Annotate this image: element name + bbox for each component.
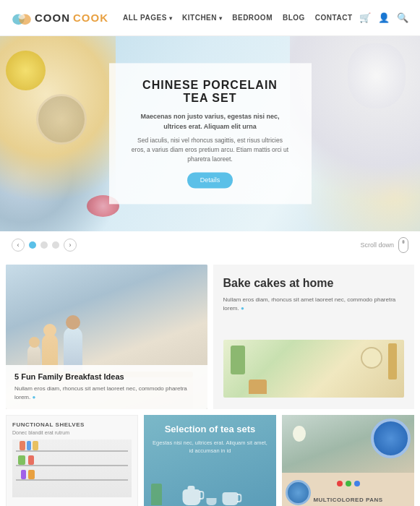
- tea-pot-lid: [188, 486, 195, 489]
- card-shelves-sub: Donec blandit erat rutrum: [12, 430, 132, 435]
- tea-pot-small: [222, 492, 238, 505]
- header: COON COOK ALL PAGES KITCHEN BEDROOM BLOG…: [0, 0, 420, 36]
- card-shelves-label: FUNCTIONAL SHELVES: [12, 421, 132, 428]
- shelf-3: [16, 479, 128, 481]
- card-bake-top: Bake cakes at home Nullam eros diam, rho…: [223, 276, 405, 313]
- family-mom-head: [43, 324, 56, 337]
- shelf-item-1: [20, 441, 25, 450]
- card-family: 5 Fun Family Breakfast Ideas Nullam eros…: [6, 265, 207, 409]
- family-kid-head: [29, 337, 40, 348]
- slider-dots: ‹ ›: [12, 239, 77, 252]
- hero-content: CHINESE PORCELAIN TEA SET Maecenas non j…: [109, 63, 312, 204]
- three-cards-section: FUNCTIONAL SHELVES Donec blandit erat ru…: [0, 415, 420, 506]
- hero-subtitle: Maecenas non justo varius, egestas nisi …: [131, 112, 290, 132]
- hero-decor-cup: [6, 51, 46, 90]
- card-bake-image: [223, 340, 405, 398]
- card-bake: Bake cakes at home Nullam eros diam, rho…: [213, 265, 415, 409]
- tea-pot-large: [182, 489, 200, 505]
- cart-icon[interactable]: 🛒: [359, 12, 371, 23]
- nav-all-pages[interactable]: ALL PAGES: [123, 14, 172, 22]
- color-dot-red[interactable]: [337, 481, 343, 486]
- bake-read-more[interactable]: ●: [241, 305, 244, 312]
- card-tea: Selection of tea sets Egestas nisi nec, …: [144, 415, 276, 506]
- card-tea-pots: [182, 489, 238, 505]
- family-read-more[interactable]: ●: [32, 394, 35, 400]
- tea-cup-1: [206, 498, 216, 505]
- dot-3[interactable]: [52, 241, 59, 249]
- user-icon[interactable]: 👤: [378, 12, 390, 23]
- shelf-item-4: [18, 455, 25, 465]
- slider-next-button[interactable]: ›: [64, 239, 77, 252]
- bake-egg: [361, 347, 382, 369]
- card-tea-title: Selection of tea sets: [153, 424, 267, 434]
- scroll-icon: [398, 237, 408, 253]
- slider-controls: ‹ › Scroll down: [0, 231, 420, 259]
- dot-1[interactable]: [29, 241, 36, 249]
- blue-plate-large: [371, 419, 411, 458]
- hero-decor-teapot: [348, 43, 406, 108]
- family-dad-head: [66, 315, 80, 330]
- scroll-down: Scroll down: [360, 237, 408, 253]
- header-icons: 🛒 👤 🔍: [359, 12, 408, 23]
- bake-herb: [231, 346, 245, 374]
- card-pans: MULTICOLORED PANS: [282, 415, 414, 506]
- card-tea-body: Egestas nisi nec, ultrices erat. Aliquam…: [153, 439, 267, 455]
- hero-body: Sed iaculis, nisi vel rhoncus sagittis, …: [131, 136, 290, 163]
- shelf-1: [16, 450, 128, 452]
- card-family-body: Nullam eros diam, rhoncus sit amet laore…: [14, 385, 199, 402]
- shelf-item-7: [28, 470, 35, 479]
- svg-point-2: [18, 14, 25, 19]
- shelf-item-2: [27, 441, 31, 450]
- hero-slider: CHINESE PORCELAIN TEA SET Maecenas non j…: [0, 36, 420, 231]
- shelf-item-5: [28, 455, 34, 465]
- shelf-2: [16, 465, 128, 466]
- card-bake-body: Nullam eros diam, rhoncus sit amet laore…: [223, 296, 405, 313]
- egg-deco: [293, 426, 306, 442]
- nav-kitchen[interactable]: KITCHEN: [182, 14, 222, 22]
- color-dot-blue[interactable]: [354, 481, 360, 486]
- nav-blog[interactable]: BLOG: [283, 14, 305, 22]
- card-family-text: 5 Fun Family Breakfast Ideas Nullam eros…: [6, 365, 207, 409]
- card-pans-image: [282, 415, 414, 473]
- logo[interactable]: COON COOK: [12, 10, 108, 26]
- dot-2[interactable]: [40, 241, 48, 249]
- card-pans-label: MULTICOLORED PANS: [282, 497, 414, 503]
- bake-bread: [249, 380, 267, 394]
- color-dot-green[interactable]: [346, 481, 351, 486]
- nav: ALL PAGES KITCHEN BEDROOM BLOG CONTACT: [123, 14, 359, 22]
- shelf-item-6: [21, 470, 26, 479]
- nav-contact[interactable]: CONTACT: [315, 14, 353, 22]
- logo-text-1: COON: [35, 12, 70, 24]
- shelf-item-3: [33, 441, 38, 450]
- hero-title: CHINESE PORCELAIN TEA SET: [131, 79, 290, 105]
- card-bake-title: Bake cakes at home: [223, 276, 405, 290]
- tea-plant-deco: [151, 484, 162, 505]
- logo-text-2: COOK: [73, 12, 108, 24]
- two-cards-section: 5 Fun Family Breakfast Ideas Nullam eros…: [0, 265, 420, 409]
- card-shelves: FUNCTIONAL SHELVES Donec blandit erat ru…: [6, 415, 138, 506]
- card-shelves-image: [12, 439, 132, 497]
- card-family-title: 5 Fun Family Breakfast Ideas: [14, 372, 199, 381]
- nav-bedroom[interactable]: BEDROOM: [232, 14, 273, 22]
- slider-prev-button[interactable]: ‹: [12, 239, 25, 252]
- hero-details-button[interactable]: Details: [187, 173, 233, 189]
- bake-rolling-pin: [388, 343, 397, 380]
- hero-decor-plate: [36, 94, 87, 145]
- logo-icon: [12, 10, 32, 26]
- search-icon[interactable]: 🔍: [397, 12, 408, 23]
- scroll-label: Scroll down: [360, 241, 394, 249]
